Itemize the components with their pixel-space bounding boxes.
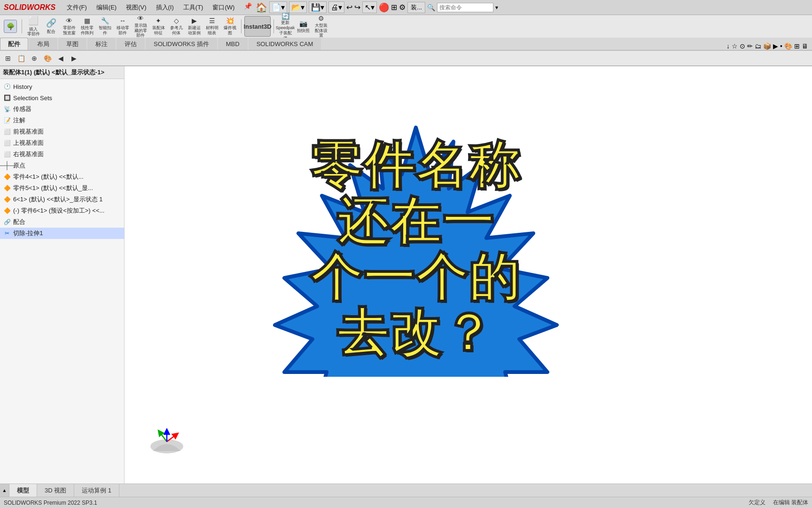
top-plane-icon: ⬜ xyxy=(3,139,11,147)
tree-item-annotations[interactable]: 📝 注解 xyxy=(0,115,124,126)
arrow-left-icon[interactable]: ◀ xyxy=(55,52,67,64)
circle-icon[interactable]: ⊙ xyxy=(740,42,745,50)
under-defined-status: 欠定义 xyxy=(749,499,765,507)
tab-motion[interactable]: 运动算例 1 xyxy=(74,484,119,497)
explode-view-btn[interactable]: 💥 爆炸视图 xyxy=(221,18,238,35)
tree-view-icon[interactable]: ⊞ xyxy=(2,52,14,64)
settings-icon[interactable]: ⚙ xyxy=(399,3,406,12)
menu-edit[interactable]: 编辑(E) xyxy=(93,2,120,13)
tab-sw-plugins[interactable]: SOLIDWORKS 插件 xyxy=(146,38,217,50)
undo-icon[interactable]: ↩ xyxy=(346,3,352,12)
pencil-icon[interactable]: ✏ xyxy=(747,42,753,50)
monitor-icon[interactable]: 🖥 xyxy=(802,42,808,50)
tab-3dview[interactable]: 3D 视图 xyxy=(37,484,74,497)
history-label: History xyxy=(13,83,32,90)
menu-tools[interactable]: 工具(T) xyxy=(180,2,207,13)
redo-icon[interactable]: ↪ xyxy=(354,3,360,12)
menu-insert[interactable]: 插入(I) xyxy=(152,2,178,13)
tree-item-top-plane[interactable]: ⬜ 上视基准面 xyxy=(0,137,124,149)
app-version-label: SOLIDWORKS Premium 2022 SP3.1 xyxy=(4,500,97,506)
speed-pak-text[interactable]: 装... xyxy=(407,2,425,13)
bom-btn[interactable]: ☰ 材料明细表 xyxy=(203,18,220,35)
tree-item-part6-neg[interactable]: 🔶 (-) 零件6<1> (预设<按加工>) <<... xyxy=(0,205,124,216)
linear-array-btn[interactable]: ▦ 线性零件阵列 xyxy=(78,18,95,35)
menu-window[interactable]: 窗口(W) xyxy=(209,2,238,13)
cut-extrude-label: 切除-拉伸1 xyxy=(13,229,43,238)
print-icon[interactable]: 🖨▾ xyxy=(328,1,344,13)
tab-mbd[interactable]: MBD xyxy=(218,38,248,50)
tab-sketch[interactable]: 草图 xyxy=(58,38,86,50)
origin-label: 原点 xyxy=(13,161,25,170)
expand-icon[interactable]: ▲ xyxy=(0,484,9,497)
smart-fastener-btn[interactable]: 🔧 智能扣件 xyxy=(96,18,113,35)
save-icon[interactable]: 💾▾ xyxy=(309,1,327,13)
search-arrow-icon[interactable]: ▾ xyxy=(495,4,498,11)
pin-icon: 📌 xyxy=(244,2,252,13)
tree-item-6[interactable]: 🔶 6<1> (默认) <<默认>_显示状态 1 xyxy=(0,194,124,205)
tree-item-part4[interactable]: 🔶 零件4<1> (默认) <<默认... xyxy=(0,171,124,183)
right-plane-label: 右视基准面 xyxy=(13,150,44,159)
canvas-area: 零件名称还在一 个一个的去改？ xyxy=(125,66,812,495)
new-icon[interactable]: 📄▾ xyxy=(269,1,287,13)
tab-assembly[interactable]: 配件 xyxy=(0,38,28,50)
tree-item-sensors[interactable]: 📡 传感器 xyxy=(0,103,124,115)
menu-view[interactable]: 视图(V) xyxy=(122,2,150,13)
menu-file[interactable]: 文件(F) xyxy=(63,2,91,13)
dot-icon[interactable]: • xyxy=(780,42,782,50)
search-input[interactable] xyxy=(437,3,493,12)
update-speedpak-btn[interactable]: 🔄 更新Speedpak子装配体 xyxy=(277,18,294,35)
cube-icon[interactable]: 🗂 xyxy=(755,42,761,50)
tab-model[interactable]: 模型 xyxy=(9,484,37,497)
ref-geometry-btn[interactable]: ◇ 参考几何体 xyxy=(168,18,185,35)
show-hidden-btn[interactable]: 👁 显示隐藏的零部件 xyxy=(132,18,149,35)
open-icon[interactable]: 📂▾ xyxy=(289,1,307,13)
home-icon[interactable]: 🏠 xyxy=(256,2,267,13)
display-icon[interactable]: ⊞ xyxy=(391,3,397,12)
annotation-icon: 📝 xyxy=(3,116,11,125)
right-icon2[interactable]: ▶ xyxy=(773,42,778,50)
tree-item-right-plane[interactable]: ⬜ 右视基准面 xyxy=(0,149,124,160)
viewport[interactable]: 零件名称还在一 个一个的去改？ xyxy=(125,66,812,495)
tree-item-origin[interactable]: ─┼─ 原点 xyxy=(0,160,124,171)
cut-extrude-icon: ✂ xyxy=(3,229,11,238)
tree-item-part5[interactable]: 🔶 零件5<1> (默认) <<默认_显... xyxy=(0,183,124,194)
tab-evaluate[interactable]: 评估 xyxy=(117,38,145,50)
snapshot-btn[interactable]: 📷 拍快照 xyxy=(295,18,312,35)
selection-sets-icon: 🔲 xyxy=(3,94,11,102)
color-wheel-icon[interactable]: 🎨 xyxy=(41,52,54,64)
feature-tree: 🕐 History 🔲 Selection Sets 📡 传感器 📝 注解 ⬜ xyxy=(0,79,124,490)
color-icon[interactable]: 🎨 xyxy=(784,42,792,50)
mate-btn[interactable]: 🔗 配合 xyxy=(43,18,60,35)
cursor-icon[interactable]: ↖▾ xyxy=(362,1,377,13)
top-plane-label: 上视基准面 xyxy=(13,139,44,147)
part4-label: 零件4<1> (默认) <<默认... xyxy=(13,173,84,181)
tree-item-cut-extrude1[interactable]: ✂ 切除-拉伸1 xyxy=(0,228,124,239)
large-asm-btn[interactable]: ⚙ 大型装配体设置 xyxy=(312,18,329,35)
component-preview-btn[interactable]: 👁 零部件预览窗 xyxy=(61,18,78,35)
search-icon[interactable]: 🔍 xyxy=(427,4,435,11)
instant3d-btn[interactable]: Instant3D xyxy=(244,16,271,37)
move-component-btn[interactable]: ↔ 移动零部件 xyxy=(114,18,131,35)
tree-item-front-plane[interactable]: ⬜ 前视基准面 xyxy=(0,126,124,137)
tree-item-mates[interactable]: 🔗 配合 xyxy=(0,216,124,228)
tab-sw-cam[interactable]: SOLIDWORKS CAM xyxy=(249,38,321,50)
center-icon[interactable]: ⊕ xyxy=(28,52,40,64)
insert-component-btn[interactable]: ⬜ 插入零部件 xyxy=(25,18,42,35)
star-icon[interactable]: ☆ xyxy=(732,42,738,50)
property-icon[interactable]: 📋 xyxy=(15,52,27,64)
grid-icon[interactable]: ⊞ xyxy=(794,42,800,50)
arrow-right-icon[interactable]: ▶ xyxy=(68,52,80,64)
part6neg-icon: 🔶 xyxy=(3,206,11,215)
feature-tree-icon[interactable]: 🌳 xyxy=(4,20,17,33)
tab-annotation[interactable]: 标注 xyxy=(87,38,116,50)
box-icon[interactable]: 📦 xyxy=(763,42,771,50)
tree-item-history[interactable]: 🕐 History xyxy=(0,81,124,92)
asm-feature-btn[interactable]: ✦ 装配体特征 xyxy=(150,18,167,35)
arrow-down-icon[interactable]: ↓ xyxy=(726,42,730,50)
annotation-text: 零件名称还在一 个一个的去改？ xyxy=(310,138,522,361)
assembly-header: 装配体1(1) (默认) <默认_显示状态-1> xyxy=(0,66,124,79)
new-motion-btn[interactable]: ▶ 新建运动算例 xyxy=(186,18,203,35)
part4-icon: 🔶 xyxy=(3,173,11,181)
tree-item-selection-sets[interactable]: 🔲 Selection Sets xyxy=(0,92,124,103)
tab-layout[interactable]: 布局 xyxy=(29,38,57,50)
